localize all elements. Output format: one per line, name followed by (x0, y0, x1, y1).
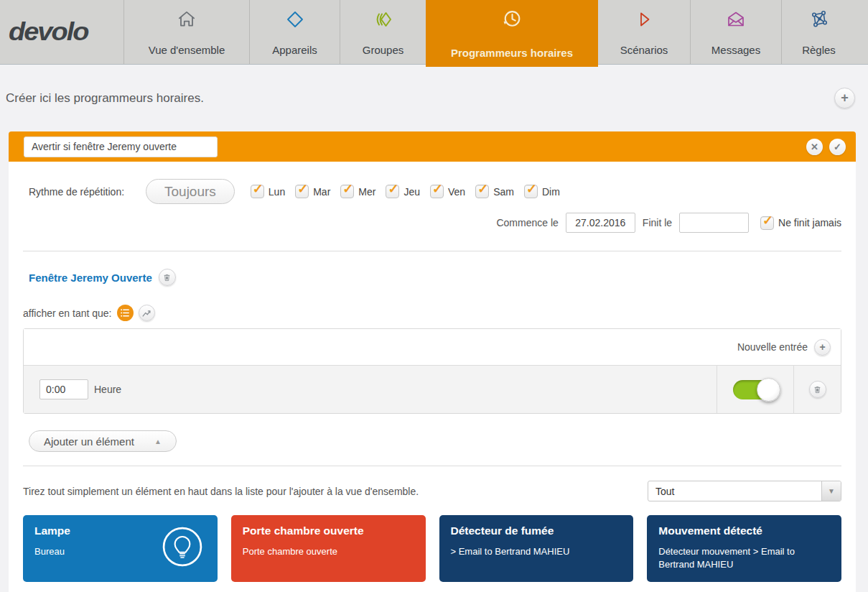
day-checkbox-jeu[interactable]: ✓ Jeu (386, 185, 420, 198)
tab-label: Vue d'ensemble (149, 44, 225, 56)
toggle-knob (757, 378, 780, 402)
day-checkbox-sam[interactable]: ✓ Sam (475, 185, 514, 198)
entry-row: Heure (24, 365, 841, 413)
day-label: Lun (269, 186, 285, 198)
bulb-icon (162, 526, 203, 568)
check-icon: ✓ (297, 181, 308, 197)
day-checkbox-ven[interactable]: ✓ Ven (430, 185, 465, 198)
entry-delete-cell (793, 366, 841, 413)
checkbox: ✓ (475, 185, 489, 198)
never-ends-label: Ne finit jamais (778, 217, 841, 228)
end-date-input[interactable] (679, 213, 749, 233)
element-title-link[interactable]: Fenêtre Jeremy Ouverte (29, 272, 152, 284)
tab-programmeurs-horaires[interactable]: Programmeurs horaires (426, 0, 598, 67)
check-icon: ✓ (388, 181, 398, 197)
element-title-row: Fenêtre Jeremy Ouverte (29, 269, 841, 286)
display-as-label: afficher en tant que: (23, 307, 112, 319)
check-icon: ✓ (477, 181, 488, 197)
check-icon: ✓ (762, 213, 773, 228)
checkbox: ✓ (760, 216, 774, 230)
check-icon: ✓ (834, 142, 841, 152)
element-card-porte-chambre[interactable]: Porte chambre ouverte Porte chambre ouve… (231, 515, 426, 582)
section-divider (23, 466, 841, 466)
tab-groupes[interactable]: Groupes (340, 0, 426, 64)
tab-vue-densemble[interactable]: Vue d'ensemble (123, 0, 249, 64)
chevron-up-icon: ▲ (154, 438, 162, 445)
tab-regles[interactable]: Règles (781, 0, 856, 64)
tab-scenarios[interactable]: Scénarios (598, 0, 690, 64)
devolo-logo: devolo (0, 0, 123, 64)
scheduler-header: ✕ ✓ (9, 131, 856, 162)
element-card-detecteur-fumee[interactable]: Détecteur de fumée > Email to Bertrand M… (439, 515, 634, 582)
list-icon (120, 307, 131, 318)
tab-messages[interactable]: Messages (690, 0, 781, 64)
day-checkbox-mer[interactable]: ✓ Mer (340, 185, 375, 198)
add-scheduler-button[interactable]: + (834, 88, 855, 108)
card-title: Détecteur de fumée (451, 524, 622, 537)
home-icon (175, 6, 198, 32)
page-intro-text: Créer ici les programmeurs horaires. (6, 91, 204, 106)
checkbox: ✓ (430, 185, 444, 198)
diamond-icon (284, 6, 306, 32)
day-label: Mer (358, 186, 375, 198)
chevron-down-icon: ▼ (821, 481, 841, 501)
day-checkbox-lun[interactable]: ✓ Lun (251, 185, 285, 198)
dates-row: Commence le Finit le ✓ Ne finit jamais (23, 213, 841, 233)
element-card-lampe[interactable]: Lampe Bureau (23, 515, 218, 582)
network-icon (808, 6, 830, 32)
element-card-mouvement-detecte[interactable]: Mouvement détecté Détecteur mouvement > … (647, 515, 841, 582)
section-divider (23, 251, 841, 251)
line-chart-icon (141, 308, 151, 318)
card-title: Porte chambre ouverte (243, 524, 414, 537)
scheduler-name-input[interactable] (24, 137, 218, 157)
delete-element-button[interactable] (159, 269, 176, 286)
card-subtitle: Détecteur mouvement > Email to Bertrand … (658, 545, 820, 570)
close-icon: ✕ (811, 142, 818, 152)
dropdown-value: Tout (648, 486, 821, 497)
confirm-button[interactable]: ✓ (829, 139, 846, 155)
end-date-label: Finit le (643, 217, 672, 228)
add-element-button[interactable]: Ajouter un élément ▲ (29, 430, 177, 452)
top-navigation: devolo Vue d'ensemble Appareils Groupes (0, 0, 868, 65)
day-checkbox-mar[interactable]: ✓ Mar (295, 185, 330, 198)
element-cards: Lampe Bureau Porte chambre ouverte Porte… (23, 515, 841, 582)
check-icon: ✓ (342, 181, 353, 197)
list-view-button[interactable] (117, 305, 134, 321)
library-hint-text: Tirez tout simplement un élément en haut… (23, 486, 419, 497)
repeat-mode-label: Toujours (164, 184, 216, 200)
new-entry-button[interactable]: + (814, 339, 831, 356)
tab-label: Programmeurs horaires (451, 47, 573, 59)
chart-view-button[interactable] (139, 305, 155, 321)
day-checkbox-dim[interactable]: ✓ Dim (524, 185, 560, 198)
repeat-label: Rythme de répétition: (29, 186, 146, 198)
library-filter-dropdown[interactable]: Tout ▼ (648, 481, 841, 501)
tab-label: Messages (711, 44, 760, 56)
display-as-row: afficher en tant que: (23, 305, 841, 321)
entry-time-input[interactable] (39, 379, 88, 399)
tab-label: Groupes (363, 44, 404, 56)
delete-entry-button[interactable] (809, 381, 826, 398)
entry-enabled-toggle[interactable] (733, 380, 778, 399)
tab-appareils[interactable]: Appareils (249, 0, 340, 64)
never-ends-checkbox[interactable]: ✓ Ne finit jamais (760, 216, 841, 230)
tab-label: Règles (802, 44, 836, 56)
cancel-button[interactable]: ✕ (806, 139, 823, 155)
library-hint-row: Tirez tout simplement un élément en haut… (23, 481, 841, 501)
plus-icon: + (841, 91, 849, 106)
entry-time-unit-label: Heure (94, 384, 121, 395)
envelope-icon (725, 6, 747, 32)
clock-history-icon (500, 6, 524, 32)
plus-icon: + (819, 341, 825, 353)
check-icon: ✓ (526, 181, 537, 197)
add-element-label: Ajouter un élément (44, 435, 134, 448)
day-label: Mar (313, 186, 330, 198)
start-date-input[interactable] (566, 213, 635, 233)
nested-chevrons-icon (373, 6, 394, 32)
repeat-row: Rythme de répétition: Toujours ✓ Lun ✓ M… (29, 162, 841, 204)
repeat-mode-button[interactable]: Toujours (146, 179, 235, 204)
new-entry-label: Nouvelle entrée (737, 341, 808, 353)
checkbox: ✓ (295, 185, 309, 198)
play-outline-icon (633, 6, 655, 32)
entry-time-cell: Heure (24, 366, 717, 413)
check-icon: ✓ (253, 181, 263, 197)
